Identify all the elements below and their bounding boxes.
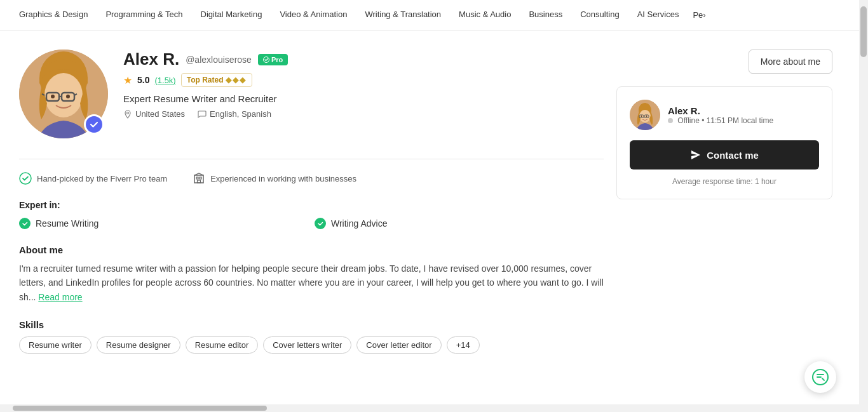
nav-more[interactable]: Pe› [690,0,708,30]
nav-item-marketing[interactable]: Digital Marketing [194,0,269,30]
skill-more[interactable]: +14 [447,336,480,354]
rating-count[interactable]: (1.5k) [154,76,175,85]
location-icon [123,110,132,119]
skill-tag-1[interactable]: Resume designer [97,336,180,354]
rating-row: ★ 5.0 (1.5k) Top Rated ◆◆◆ [123,73,604,87]
feature-businesses: Experienced in working with businesses [193,172,356,185]
svg-point-2 [44,73,83,117]
profile-title: Expert Resume Writer and Recruiter [123,93,604,104]
profile-name: Alex R. [123,50,179,69]
svg-point-8 [51,95,55,98]
nav-item-consulting[interactable]: Consulting [574,0,625,30]
read-more-link[interactable]: Read more [38,292,82,302]
contact-name: Alex R. [668,105,773,116]
more-about-button[interactable]: More about me [749,50,832,74]
contact-info: Alex R. Offline • 11:51 PM local time [668,105,773,125]
about-section: About me I'm a recruiter turned resume w… [19,244,604,304]
chat-icon [198,110,207,119]
feature-fiverr-pro: Hand-picked by the Fiverr Pro team [19,172,167,185]
divider-1 [19,159,604,159]
contact-me-button[interactable]: Contact me [630,140,819,169]
diamonds-icon: ◆◆◆ [226,76,247,84]
skill-tag-4[interactable]: Cover letter editor [356,336,441,354]
check-icon-2 [315,218,326,229]
svg-point-25 [813,369,828,382]
nav-item-music[interactable]: Music & Audio [452,0,517,30]
svg-point-9 [66,95,70,98]
expert-skills: Resume Writing Writing Advice [19,218,604,229]
profile-section: Alex R. @alexlouiserose Pro ★ 5.0 (1.5k)… [19,50,604,369]
svg-point-24 [646,116,648,117]
profile-header: Alex R. @alexlouiserose Pro ★ 5.0 (1.5k)… [19,50,604,138]
check-icon-1 [19,218,31,229]
expert-skill-resume: Resume Writing [19,218,308,229]
svg-point-11 [127,112,129,114]
profile-info: Alex R. @alexlouiserose Pro ★ 5.0 (1.5k)… [123,50,604,119]
meta-languages: English, Spanish [198,109,271,119]
vertical-scrollbar[interactable] [859,0,868,382]
contact-header: Alex R. Offline • 11:51 PM local time [630,100,819,130]
offline-dot [668,118,673,123]
skill-tag-3[interactable]: Cover letters writer [263,336,351,354]
nav-item-business[interactable]: Business [522,0,569,30]
about-title: About me [19,244,604,255]
contact-avatar [630,100,660,130]
svg-rect-13 [194,175,203,183]
svg-point-10 [263,56,269,62]
skills-section: Skills Resume writer Resume designer Res… [19,319,604,354]
contact-card: Alex R. Offline • 11:51 PM local time Co… [616,86,832,199]
scroll-thumb[interactable] [860,6,867,57]
profile-name-row: Alex R. @alexlouiserose Pro [123,50,604,69]
profile-meta: United States English, Spanish [123,109,604,119]
expert-title: Expert in: [19,200,604,210]
nav-item-writing[interactable]: Writing & Translation [358,0,447,30]
skills-row: Resume writer Resume designer Resume edi… [19,336,604,354]
nav-item-ai[interactable]: AI Services [631,0,686,30]
expert-skill-writing: Writing Advice [315,218,604,229]
svg-point-23 [641,116,642,117]
nav-item-programming[interactable]: Programming & Tech [99,0,189,30]
top-rated-badge: Top Rated ◆◆◆ [181,73,253,87]
verified-badge [84,114,104,135]
svg-rect-14 [196,177,198,179]
expert-section: Expert in: Resume Writing Writing Advice [19,200,604,229]
features-row: Hand-picked by the Fiverr Pro team Exper… [19,172,604,185]
rating-score: 5.0 [137,75,149,85]
chat-float-icon [812,369,829,382]
main-content: Alex R. @alexlouiserose Pro ★ 5.0 (1.5k)… [0,30,851,382]
contact-status: Offline • 11:51 PM local time [668,116,773,125]
skill-tag-0[interactable]: Resume writer [19,336,92,354]
right-panel: More about me [616,50,832,369]
nav-item-graphics[interactable]: Graphics & Design [13,0,94,30]
nav-item-video[interactable]: Video & Animation [273,0,353,30]
pro-badge: Pro [258,54,288,65]
avatar-wrapper [19,50,108,138]
building-icon [193,172,205,185]
svg-rect-15 [200,177,201,179]
send-icon [690,149,702,161]
about-text: I'm a recruiter turned resume writer wit… [19,262,604,304]
skills-title: Skills [19,319,604,330]
meta-location: United States [123,109,185,119]
avg-response: Average response time: 1 hour [630,177,819,186]
fiverr-pro-icon [19,172,32,185]
profile-handle: @alexlouiserose [186,55,252,65]
top-nav: Graphics & Design Programming & Tech Dig… [0,0,868,30]
star-icon: ★ [123,74,132,86]
skill-tag-2[interactable]: Resume editor [186,336,259,354]
